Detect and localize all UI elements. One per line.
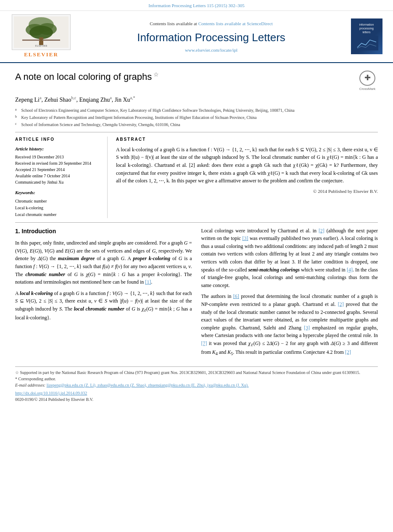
abstract-text: A local k-coloring of a graph G is a fun… xyxy=(116,146,378,185)
ipl-logo-box: informationprocessingletters xyxy=(351,18,382,54)
svg-text:ELSEVIER: ELSEVIER xyxy=(35,45,47,47)
ipl-logo-text: informationprocessingletters xyxy=(359,23,374,34)
keyword-1: Chromatic number xyxy=(15,198,100,205)
authors: Zepeng Lia, Zehui Shaob,c, Enqiang Zhua,… xyxy=(15,95,378,104)
intro-para-2: A local k-coloring of a graph G is a fun… xyxy=(15,290,192,322)
affiliations: a School of Electronics Engineering and … xyxy=(15,107,378,128)
journal-header: ELSEVIER ELSEVIER Contents lists availab… xyxy=(0,11,393,63)
corresponding-author: * Corresponding author. xyxy=(15,376,378,382)
issn-line: 0020-0190/© 2014 Published by Elsevier B… xyxy=(15,396,378,403)
journal-citation: Information Processing Letters 115 (2015… xyxy=(148,3,244,8)
keyword-3: Local chromatic number xyxy=(15,211,100,218)
journal-center: Contents lists available at Contents lis… xyxy=(75,20,348,53)
svg-rect-7 xyxy=(42,40,60,41)
email-links[interactable]: lizepeng@pku.edu.cn (Z. Li), zshao@edu.e… xyxy=(47,383,249,387)
elsevier-tree-image: ELSEVIER xyxy=(12,14,71,50)
doi-link[interactable]: http://dx.doi.org/10.1016/j.ipl.2014.09.… xyxy=(15,390,378,396)
paper-title: A note on local coloring of graphs ☆ xyxy=(15,71,353,84)
svg-rect-9 xyxy=(355,36,378,50)
intro-para-1: In this paper, only finite, undirected a… xyxy=(15,239,192,286)
science-direct-prefix: Contents lists available at xyxy=(150,21,198,26)
affiliation-c: School of Information Science and Techno… xyxy=(21,121,180,128)
journal-logo-right: informationprocessingletters xyxy=(348,18,385,54)
crossmark: ✚ CrossMark xyxy=(357,71,378,92)
svg-rect-5 xyxy=(39,37,43,45)
emails: E-mail addresses: lizepeng@pku.edu.cn (Z… xyxy=(15,382,378,388)
top-bar: Information Processing Letters 115 (2015… xyxy=(0,0,393,11)
crossmark-circle: ✚ xyxy=(359,71,375,86)
divider-1 xyxy=(15,132,378,132)
journal-url[interactable]: www.elsevier.com/locate/ipl xyxy=(75,47,348,53)
paper-title-section: A note on local coloring of graphs ☆ ✚ C… xyxy=(15,63,378,95)
revised-date: Received in revised form 20 September 20… xyxy=(15,160,100,166)
logo-left: ELSEVIER ELSEVIER xyxy=(8,14,75,58)
article-info-heading: ARTICLE INFO xyxy=(15,137,100,142)
svg-rect-6 xyxy=(22,40,40,41)
title-star: ☆ xyxy=(152,71,159,78)
main-content: 1. Introduction In this paper, only fini… xyxy=(15,227,378,361)
footnotes-section: ☆ Supported in part by the National Basi… xyxy=(15,366,378,403)
right-para-2: The authors in [6] proved that determini… xyxy=(201,292,378,357)
ipl-logo-graphic xyxy=(355,36,378,50)
abstract-section: ABSTRACT A local k-coloring of a graph G… xyxy=(116,137,378,218)
copyright-line: © 2014 Published by Elsevier B.V. xyxy=(116,188,378,195)
keywords-label: Keywords: xyxy=(15,190,100,196)
journal-title: Information Processing Letters xyxy=(75,30,348,45)
available-online-date: Available online 7 October 2014 xyxy=(15,173,100,179)
affiliation-a: School of Electronics Engineering and Co… xyxy=(21,107,295,113)
science-direct-link[interactable]: Contents lists available at ScienceDirec… xyxy=(198,21,273,26)
divider-2 xyxy=(15,222,378,223)
section1-title: 1. Introduction xyxy=(15,227,192,236)
received-date: Received 19 December 2013 xyxy=(15,154,100,160)
keyword-2: Local k-coloring xyxy=(15,205,100,211)
abstract-heading: ABSTRACT xyxy=(116,137,378,142)
text-column-left: 1. Introduction In this paper, only fini… xyxy=(15,227,192,361)
communicated-by: Communicated by Jinhui Xu xyxy=(15,179,100,185)
right-para-1: Local colorings were introduced by Chart… xyxy=(201,227,378,290)
elsevier-label: ELSEVIER xyxy=(24,51,58,58)
svg-point-4 xyxy=(29,26,53,39)
emails-label: E-mail addresses: xyxy=(15,383,45,387)
article-info-section: ARTICLE INFO Article history: Received 1… xyxy=(15,137,108,218)
affiliation-b: Key Laboratory of Pattern Recognition an… xyxy=(21,114,257,121)
accepted-date: Accepted 21 September 2014 xyxy=(15,166,100,173)
article-history-label: Article history: xyxy=(15,146,100,152)
text-column-right: Local colorings were introduced by Chart… xyxy=(201,227,378,361)
star-footnote: ☆ Supported in part by the National Basi… xyxy=(15,369,378,376)
crossmark-label: CrossMark xyxy=(359,87,376,91)
